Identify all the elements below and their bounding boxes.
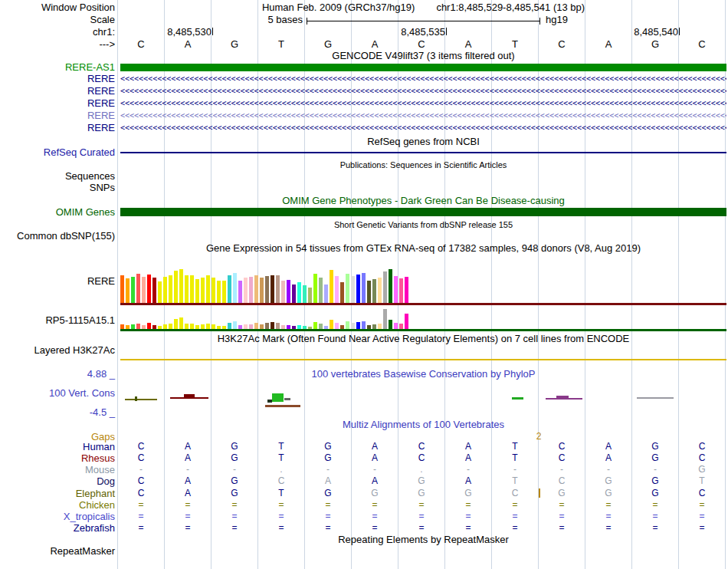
gtex-bar[interactable]	[330, 320, 333, 329]
multiz-base-cell[interactable]: =	[500, 499, 530, 510]
gtex-bar[interactable]	[319, 324, 323, 329]
multiz-base-cell[interactable]: =	[687, 522, 717, 533]
multiz-base-cell[interactable]: G	[593, 475, 624, 486]
multiz-base-cell[interactable]: -	[593, 464, 624, 475]
multiz-species-label-human[interactable]: Human	[0, 441, 115, 452]
multiz-species-label-rhesus[interactable]: Rhesus	[0, 452, 115, 464]
multiz-gap-count[interactable]: 2	[526, 431, 552, 442]
multiz-base-cell[interactable]: G	[219, 441, 250, 452]
h3k27ac-signal-line[interactable]	[120, 359, 726, 360]
multiz-base-cell[interactable]: C	[406, 452, 437, 463]
multiz-base-cell[interactable]: T	[500, 441, 530, 452]
multiz-species-label-dog[interactable]: Dog	[0, 475, 115, 487]
gtex-bar[interactable]	[389, 320, 392, 329]
gtex-bar[interactable]	[169, 324, 172, 329]
conservation-mark[interactable]	[265, 405, 300, 407]
multiz-base-cell[interactable]: C	[126, 475, 156, 486]
multiz-base-cell[interactable]: C	[687, 452, 717, 463]
multiz-species-label-mouse[interactable]: Mouse	[0, 464, 115, 475]
gtex-bar[interactable]	[179, 317, 183, 329]
multiz-base-cell[interactable]: =	[406, 511, 437, 521]
gtex-bar[interactable]	[281, 281, 285, 303]
multiz-base-cell[interactable]: C	[687, 441, 717, 452]
multiz-base-cell[interactable]: =	[219, 499, 250, 510]
gtex-bar[interactable]	[185, 324, 189, 329]
multiz-base-cell[interactable]: =	[546, 499, 577, 510]
multiz-base-cell[interactable]: T	[266, 452, 297, 463]
refseq-track-title[interactable]: RefSeq genes from NCBI	[120, 136, 726, 147]
multiz-base-cell[interactable]: A	[313, 475, 343, 486]
gtex-bar[interactable]	[169, 275, 172, 303]
gtex-track-title[interactable]: Gene Expression in 54 tissues from GTEx …	[120, 242, 726, 254]
multiz-base-cell[interactable]: =	[500, 511, 530, 521]
gtex-bar[interactable]	[356, 322, 360, 329]
gtex-bar[interactable]	[271, 275, 274, 303]
gtex-bar[interactable]	[351, 276, 355, 303]
multiz-base-cell[interactable]: =	[593, 522, 624, 533]
omim-track-title[interactable]: OMIM Gene Phenotypes - Dark Green Can Be…	[120, 195, 726, 206]
gtex-bar[interactable]	[147, 323, 151, 329]
multiz-base-cell[interactable]: G	[313, 452, 343, 463]
label-sequences[interactable]: Sequences	[0, 170, 115, 182]
multiz-species-label-elephant[interactable]: Elephant	[0, 488, 115, 499]
gtex-bar[interactable]	[260, 278, 264, 303]
gencode-transcript-row[interactable]: <<<<<<<<<<<<<<<<<<<<<<<<<<<<<<<<<<<<<<<<…	[120, 123, 726, 133]
multiz-base-cell[interactable]: A	[453, 475, 484, 486]
multiz-base-cell[interactable]: C	[126, 441, 156, 452]
multiz-base-cell[interactable]: =	[640, 522, 671, 533]
gtex-bar[interactable]	[212, 278, 215, 303]
multiz-base-cell[interactable]: -	[172, 464, 203, 475]
multiz-base-cell[interactable]: G	[406, 475, 437, 486]
multiz-base-cell[interactable]: C	[687, 488, 717, 498]
gtex-bar[interactable]	[362, 321, 366, 329]
multiz-base-cell[interactable]: =	[172, 522, 203, 533]
multiz-base-cell[interactable]: A	[453, 441, 484, 452]
gtex-bar[interactable]	[228, 275, 231, 303]
gtex-bar[interactable]	[174, 319, 178, 329]
multiz-species-label-x_tropicalis[interactable]: X_tropicalis	[0, 511, 115, 522]
multiz-elephant-insertion-mark[interactable]	[539, 488, 540, 498]
multiz-base-cell[interactable]: =	[126, 511, 156, 521]
conservation-mark[interactable]	[546, 398, 582, 400]
multiz-base-cell[interactable]: -	[219, 464, 250, 475]
publications-track-title[interactable]: Publications: Sequences in Scientific Ar…	[120, 160, 726, 171]
multiz-base-cell[interactable]: =	[266, 499, 297, 510]
gtex-bar[interactable]	[383, 309, 387, 329]
multiz-base-cell[interactable]: T	[500, 452, 530, 463]
gtex-bar[interactable]	[346, 274, 349, 303]
multiz-base-cell[interactable]: .	[406, 464, 437, 475]
gtex-bar[interactable]	[287, 280, 290, 303]
gtex-bar[interactable]	[330, 270, 333, 303]
gtex-rere-bar-chart[interactable]	[120, 269, 408, 303]
multiz-base-cell[interactable]: C	[406, 441, 437, 452]
gencode-item-label[interactable]: RERE	[0, 97, 115, 109]
multiz-base-cell[interactable]: =	[313, 522, 343, 533]
multiz-base-cell[interactable]: =	[126, 522, 156, 533]
multiz-base-cell[interactable]: -	[500, 464, 530, 475]
conservation-mark[interactable]	[267, 400, 272, 403]
gencode-item-label[interactable]: RERE	[0, 110, 115, 121]
multiz-base-cell[interactable]: =	[640, 499, 671, 510]
gtex-bar[interactable]	[265, 276, 269, 303]
multiz-base-cell[interactable]: =	[453, 522, 484, 533]
multiz-base-cell[interactable]: -	[126, 464, 156, 475]
gtex-bar[interactable]	[238, 281, 242, 303]
multiz-base-cell[interactable]: T	[266, 488, 297, 498]
multiz-base-cell[interactable]: A	[359, 441, 390, 452]
conservation-mark[interactable]	[125, 399, 157, 400]
conservation-mark[interactable]	[170, 397, 208, 399]
multiz-base-cell[interactable]: G	[640, 452, 671, 463]
gtex-bar[interactable]	[158, 281, 162, 303]
multiz-base-cell[interactable]: =	[593, 511, 624, 521]
gtex-bar[interactable]	[265, 323, 269, 329]
multiz-base-cell[interactable]: T	[266, 441, 297, 452]
multiz-base-cell[interactable]: =	[126, 499, 156, 510]
gtex-bar[interactable]	[233, 273, 237, 303]
multiz-base-cell[interactable]: -	[640, 464, 671, 475]
multiz-base-cell[interactable]: =	[546, 522, 577, 533]
gtex-bar[interactable]	[372, 279, 376, 303]
gtex-bar[interactable]	[206, 275, 210, 303]
multiz-base-cell[interactable]: C	[500, 488, 530, 498]
gtex-bar[interactable]	[297, 282, 301, 303]
h3k27ac-track-title[interactable]: H3K27Ac Mark (Often Found Near Active Re…	[120, 333, 726, 344]
